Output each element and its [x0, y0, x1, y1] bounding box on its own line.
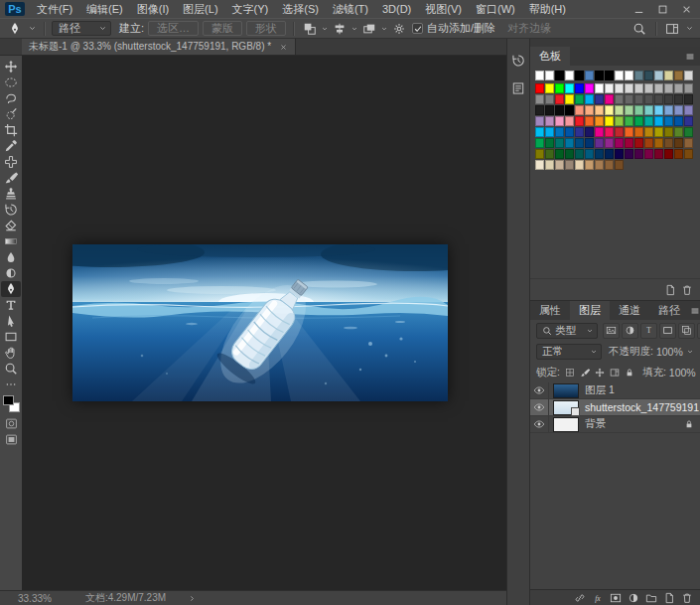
swatch[interactable]	[684, 116, 693, 126]
swatch[interactable]	[684, 149, 693, 159]
filter-kind-dropdown[interactable]: 类型	[536, 323, 598, 339]
layer-row[interactable]: 图层 1	[530, 382, 700, 399]
close-button[interactable]	[674, 1, 698, 17]
make-button-2[interactable]: 形状	[246, 21, 286, 36]
menu-item-6[interactable]: 滤镜(T)	[326, 0, 375, 18]
tool-pen[interactable]	[1, 281, 21, 297]
swatch[interactable]	[625, 105, 633, 115]
swatch[interactable]	[644, 94, 653, 104]
swatch[interactable]	[575, 138, 584, 148]
filter-shape-layers-icon[interactable]	[659, 323, 676, 339]
tool-quick-mask[interactable]	[1, 415, 21, 431]
swatch[interactable]	[674, 83, 683, 93]
new-swatch-icon[interactable]	[664, 284, 676, 296]
swatch[interactable]	[545, 116, 554, 126]
swatch[interactable]	[664, 149, 673, 159]
fill-value[interactable]: 100%	[669, 367, 696, 378]
link-layers-icon[interactable]	[574, 592, 586, 604]
auto-add-delete-checkbox[interactable]	[412, 23, 423, 34]
swatch[interactable]	[674, 149, 683, 159]
swatch[interactable]	[625, 116, 633, 126]
tool-dodge[interactable]	[1, 265, 21, 281]
swatch[interactable]	[595, 94, 604, 104]
swatch[interactable]	[615, 149, 624, 159]
menu-item-4[interactable]: 文字(Y)	[225, 0, 276, 18]
swatch[interactable]	[664, 71, 673, 80]
swatch[interactable]	[634, 94, 643, 104]
swatch[interactable]	[535, 105, 544, 115]
new-adjustment-layer-icon[interactable]	[628, 592, 639, 604]
swatch[interactable]	[555, 105, 564, 115]
swatch[interactable]	[595, 127, 604, 137]
swatch[interactable]	[575, 105, 584, 115]
swatch[interactable]	[585, 116, 594, 126]
collapsed-properties-panel-icon[interactable]	[508, 78, 528, 98]
swatch[interactable]	[674, 127, 683, 137]
swatch[interactable]	[634, 149, 643, 159]
tool-marquee[interactable]	[1, 75, 21, 90]
swatch[interactable]	[684, 71, 693, 80]
swatch[interactable]	[615, 160, 624, 170]
tool-crop[interactable]	[1, 122, 21, 138]
swatch[interactable]	[555, 127, 564, 137]
swatch[interactable]	[575, 127, 584, 137]
menu-item-1[interactable]: 编辑(E)	[79, 0, 130, 18]
swatch[interactable]	[545, 160, 554, 170]
swatch[interactable]	[615, 127, 624, 137]
swatch[interactable]	[535, 83, 544, 93]
swatch[interactable]	[654, 83, 663, 93]
swatch[interactable]	[615, 138, 624, 148]
menu-item-0[interactable]: 文件(F)	[30, 0, 79, 18]
tool-eyedropper[interactable]	[1, 138, 21, 154]
path-operations-icon[interactable]	[301, 21, 319, 37]
blend-mode-dropdown[interactable]: 正常	[536, 344, 602, 360]
visibility-toggle-icon[interactable]	[530, 382, 549, 398]
swatch[interactable]	[565, 94, 574, 104]
swatch[interactable]	[595, 160, 604, 170]
menu-item-3[interactable]: 图层(L)	[176, 0, 224, 18]
swatch[interactable]	[625, 127, 633, 137]
canvas-image[interactable]	[72, 244, 448, 401]
swatch[interactable]	[605, 94, 614, 104]
lock-image-pixels-icon[interactable]	[578, 366, 592, 379]
swatch[interactable]	[625, 149, 633, 159]
document-tab[interactable]: 未标题-1 @ 33.3% (shutterstock_147759191, R…	[22, 39, 296, 55]
swatch[interactable]	[684, 127, 693, 137]
swatch[interactable]	[605, 83, 614, 93]
swatch[interactable]	[585, 149, 594, 159]
tool-eraser[interactable]	[1, 218, 21, 233]
swatch[interactable]	[555, 160, 564, 170]
swatch[interactable]	[634, 83, 643, 93]
swatch[interactable]	[664, 105, 673, 115]
swatch[interactable]	[605, 160, 614, 170]
filter-smart-objects-icon[interactable]	[678, 323, 695, 339]
tool-move[interactable]	[1, 59, 21, 75]
swatch[interactable]	[644, 83, 653, 93]
swatch[interactable]	[555, 138, 564, 148]
swatch[interactable]	[595, 71, 604, 80]
chevron-down-icon[interactable]	[685, 24, 694, 33]
swatch[interactable]	[555, 83, 564, 93]
swatch[interactable]	[555, 116, 564, 126]
workspace-switcher-icon[interactable]	[663, 21, 681, 37]
lock-position-icon[interactable]	[593, 366, 607, 379]
swatch[interactable]	[644, 138, 653, 148]
delete-layer-icon[interactable]	[681, 592, 693, 604]
path-alignment-icon[interactable]	[331, 21, 349, 37]
minimize-button[interactable]	[627, 1, 650, 17]
swatch[interactable]	[625, 94, 633, 104]
swatch[interactable]	[654, 105, 663, 115]
swatch[interactable]	[664, 138, 673, 148]
menu-item-8[interactable]: 视图(V)	[418, 0, 469, 18]
tool-edit-toolbar[interactable]	[1, 377, 21, 392]
swatch[interactable]	[684, 83, 693, 93]
new-layer-icon[interactable]	[663, 592, 675, 604]
tool-type[interactable]	[1, 297, 21, 313]
chevron-down-icon[interactable]	[28, 24, 37, 33]
swatch[interactable]	[565, 160, 574, 170]
tool-path-selection[interactable]	[1, 313, 21, 329]
close-icon[interactable]	[279, 43, 288, 52]
swatch[interactable]	[595, 138, 604, 148]
tool-quick-selection[interactable]	[1, 106, 21, 122]
swatch[interactable]	[654, 138, 663, 148]
